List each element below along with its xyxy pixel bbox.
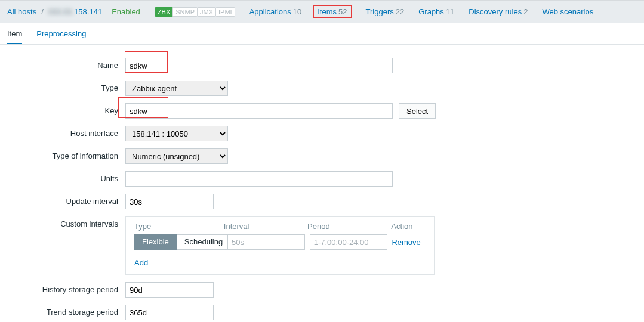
custom-intervals-header: Type Interval Period Action — [134, 222, 426, 234]
tab-item[interactable]: Item — [7, 29, 22, 44]
tag-ipmi: IPMI — [215, 7, 235, 17]
host-ip-blurred: 000.00. — [48, 7, 74, 16]
highlight-name-box — [125, 51, 168, 73]
select-key-button[interactable]: Select — [399, 103, 436, 119]
ci-head-action: Action — [391, 222, 426, 234]
ci-scheduling-button[interactable]: Scheduling — [177, 234, 230, 250]
nav-items-highlight: Items52 — [313, 5, 351, 18]
label-type: Type — [0, 80, 125, 92]
update-interval-input[interactable] — [125, 194, 214, 209]
breadcrumb-separator: / — [41, 7, 44, 16]
nav-applications[interactable]: Applications10 — [249, 7, 302, 16]
tag-snmp: SNMP — [172, 7, 198, 17]
tab-preprocessing[interactable]: Preprocessing — [36, 29, 86, 44]
tag-zbx: ZBX — [155, 7, 173, 17]
host-ip-suffix: 158.141 — [74, 7, 102, 16]
ci-flexible-button[interactable]: Flexible — [134, 234, 177, 250]
ci-head-type: Type — [134, 222, 224, 234]
nav-triggers[interactable]: Triggers22 — [366, 7, 405, 16]
history-storage-input[interactable] — [125, 282, 214, 298]
item-form: Name Type Zabbix agent Key Select Host i… — [0, 45, 644, 322]
ci-interval-input[interactable] — [227, 234, 305, 250]
ci-type-toggle: Flexible Scheduling — [134, 234, 227, 250]
host-interface-select[interactable]: 158.141 : 10050 — [125, 126, 228, 141]
nav-web-scenarios[interactable]: Web scenarios — [542, 7, 593, 16]
host-breadcrumb-bar: All hosts / 000.00.158.141 Enabled ZBX S… — [0, 0, 644, 23]
type-select[interactable]: Zabbix agent — [125, 80, 228, 96]
host-enabled-badge: Enabled — [112, 7, 140, 16]
label-type-of-information: Type of information — [0, 148, 125, 160]
nav-items[interactable]: Items52 — [318, 7, 347, 16]
label-key: Key — [0, 103, 125, 115]
units-input[interactable] — [125, 171, 393, 187]
nav-graphs[interactable]: Graphs11 — [418, 7, 454, 16]
host-tag-group: ZBX SNMP JMX IPMI — [150, 7, 235, 17]
label-host-interface: Host interface — [0, 126, 125, 138]
label-name: Name — [0, 58, 125, 70]
trend-storage-input[interactable] — [125, 305, 214, 320]
label-custom-intervals: Custom intervals — [0, 216, 125, 228]
host-link[interactable]: 000.00.158.141 — [48, 7, 102, 16]
label-units: Units — [0, 171, 125, 183]
ci-head-interval: Interval — [224, 222, 307, 234]
custom-interval-row: Flexible Scheduling Remove — [134, 234, 426, 250]
nav-discovery-rules[interactable]: Discovery rules2 — [469, 7, 528, 16]
highlight-key-box — [118, 97, 168, 118]
type-of-information-select[interactable]: Numeric (unsigned) — [125, 148, 228, 164]
label-history-storage: History storage period — [0, 282, 125, 294]
ci-add-link[interactable]: Add — [134, 258, 148, 267]
ci-remove-link[interactable]: Remove — [392, 238, 420, 247]
custom-intervals-box: Type Interval Period Action Flexible Sch… — [125, 216, 435, 275]
ci-period-input[interactable] — [310, 234, 387, 250]
item-tabs: Item Preprocessing — [0, 23, 644, 45]
all-hosts-link[interactable]: All hosts — [7, 7, 36, 16]
ci-head-period: Period — [307, 222, 391, 234]
label-update-interval: Update interval — [0, 194, 125, 206]
tag-jmx: JMX — [197, 7, 216, 17]
label-trend-storage: Trend storage period — [0, 305, 125, 317]
